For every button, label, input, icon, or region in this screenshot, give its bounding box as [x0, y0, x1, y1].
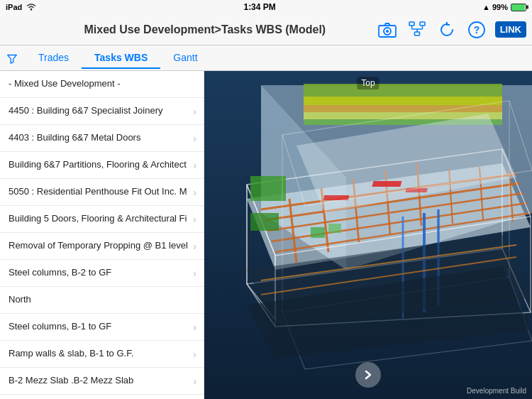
list-item[interactable]: North — [0, 287, 204, 314]
list-item[interactable]: Removal of Temporary Propping @ B1 level… — [0, 233, 204, 260]
chevron-icon: › — [193, 187, 196, 198]
svg-point-0 — [31, 9, 32, 10]
list-item-text: Removal of Temporary Propping @ B1 level — [9, 240, 193, 252]
link-button[interactable]: LINK — [495, 21, 526, 38]
list-item-text: Steel columns, B-1 to GF — [9, 321, 193, 333]
refresh-button[interactable] — [436, 18, 458, 41]
wbs-button[interactable] — [406, 18, 428, 41]
wifi-icon — [26, 2, 37, 12]
chevron-icon: › — [193, 349, 196, 360]
right-panel: Top Development Build — [204, 71, 532, 399]
tab-tasks-wbs[interactable]: Tasks WBS — [82, 48, 160, 69]
viewport-3d[interactable] — [204, 71, 532, 399]
chevron-icon: › — [193, 241, 196, 252]
list-item-text: 4450 : Building 6&7 Specialist Joinery — [9, 105, 193, 117]
svg-rect-6 — [414, 32, 419, 35]
tabs: Trades Tasks WBS Gantt — [26, 48, 211, 69]
list-item-text: Steel columns, B-2 to GF — [9, 267, 193, 279]
svg-rect-5 — [420, 22, 425, 26]
status-bar: iPad 1:34 PM ▲ 99% — [0, 0, 532, 14]
filter-button[interactable] — [6, 52, 18, 65]
header-bar: Mixed Use Development>Tasks WBS (Model) — [0, 14, 532, 45]
chevron-icon: › — [193, 106, 196, 117]
list-item[interactable]: Ramp walls & slab, B-1 to G.F.› — [0, 341, 204, 368]
chevron-icon: › — [193, 376, 196, 387]
list-item[interactable]: B-1 Mezz Slab .B-1 Mezz Slab› — [0, 395, 204, 399]
filter-icon — [6, 52, 18, 65]
list-item-text: B-2 Mezz Slab .B-2 Mezz Slab — [9, 375, 193, 387]
carrier-label: iPad — [6, 3, 22, 11]
status-left: iPad — [6, 2, 37, 12]
list-item-text: 5050 : Residential Penthouse Fit Out Inc… — [9, 186, 193, 198]
list-item-text: North — [9, 294, 196, 306]
camera-button[interactable] — [376, 18, 399, 41]
chevron-icon: › — [193, 160, 196, 171]
svg-rect-43 — [372, 181, 401, 187]
svg-text:?: ? — [473, 24, 480, 35]
chevron-icon: › — [193, 133, 196, 144]
camera-icon — [377, 21, 397, 38]
main-content: - Mixed Use Development -4450 : Building… — [0, 71, 532, 399]
status-time: 1:34 PM — [243, 2, 275, 12]
svg-rect-17 — [304, 97, 502, 105]
header-icons: ? LINK — [376, 18, 526, 41]
list-item[interactable]: Steel columns, B-2 to GF› — [0, 260, 204, 287]
list-item-text: - Mixed Use Development - — [9, 78, 196, 90]
tab-trades[interactable]: Trades — [26, 48, 82, 69]
svg-rect-59 — [311, 227, 325, 238]
list-item[interactable]: 4403 : Building 6&7 Metal Doors› — [0, 125, 204, 152]
svg-rect-46 — [250, 176, 286, 201]
list-item-text: Building 6&7 Partitions, Flooring & Arch… — [9, 159, 193, 171]
svg-rect-16 — [304, 84, 502, 97]
chevron-icon: › — [193, 322, 196, 333]
chevron-icon: › — [193, 214, 196, 225]
list-item[interactable]: - Mixed Use Development - — [0, 71, 204, 98]
list-item[interactable]: 4450 : Building 6&7 Specialist Joinery› — [0, 98, 204, 125]
svg-rect-47 — [250, 213, 279, 231]
status-right: ▲ 99% — [482, 3, 526, 11]
list-item[interactable]: Building 5 Doors, Flooring & Architectur… — [0, 206, 204, 233]
help-icon: ? — [467, 20, 487, 40]
watermark-label: Development Build — [467, 387, 526, 395]
list-item[interactable]: B-2 Mezz Slab .B-2 Mezz Slab› — [0, 368, 204, 395]
svg-rect-4 — [409, 22, 414, 26]
wbs-icon — [407, 20, 427, 40]
refresh-icon — [437, 20, 457, 40]
list-item[interactable]: Building 6&7 Partitions, Flooring & Arch… — [0, 152, 204, 179]
signal-icon: ▲ 99% — [482, 3, 508, 11]
list-item-text: 4403 : Building 6&7 Metal Doors — [9, 132, 193, 144]
arrow-right-icon — [362, 368, 375, 381]
svg-point-3 — [386, 30, 389, 33]
list-item-text: Building 5 Doors, Flooring & Architectur… — [9, 213, 193, 225]
chevron-icon: › — [193, 268, 196, 279]
left-panel: - Mixed Use Development -4450 : Building… — [0, 71, 204, 399]
list-item[interactable]: 5050 : Residential Penthouse Fit Out Inc… — [0, 179, 204, 206]
battery-icon — [511, 4, 526, 11]
list-item-text: Ramp walls & slab, B-1 to G.F. — [9, 348, 193, 360]
viewport-top-label: Top — [357, 77, 379, 89]
help-button[interactable]: ? — [465, 18, 488, 41]
tab-bar: Trades Tasks WBS Gantt — [0, 45, 532, 71]
list-item[interactable]: Steel columns, B-1 to GF› — [0, 314, 204, 341]
svg-rect-60 — [328, 224, 341, 233]
header-title: Mixed Use Development>Tasks WBS (Model) — [40, 23, 370, 36]
tab-gantt[interactable]: Gantt — [160, 48, 210, 69]
viewport-nav-arrow[interactable] — [355, 362, 381, 388]
